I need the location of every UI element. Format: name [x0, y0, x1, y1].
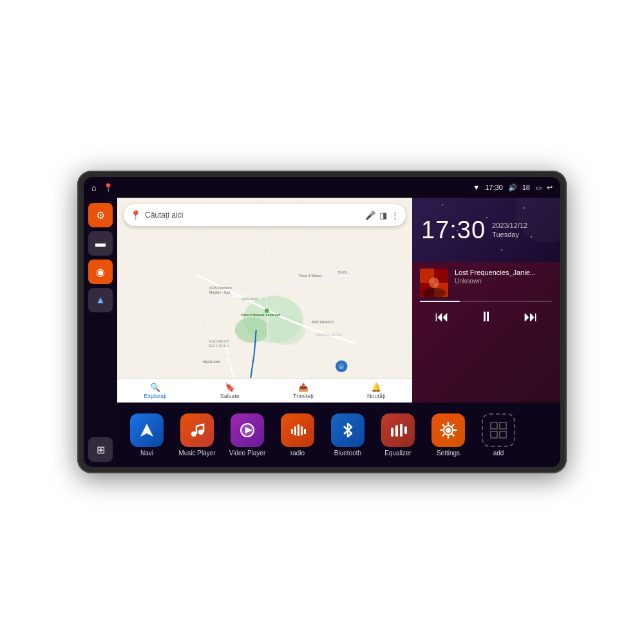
music-player-label: Music Player — [178, 450, 215, 457]
svg-rect-32 — [291, 429, 293, 434]
status-bar: ⌂ 📍 ▼ 17:30 🔊 18 ▭ ↩ — [84, 177, 560, 198]
sidebar-nav-btn[interactable]: ▲ — [88, 288, 113, 312]
settings-icon: ⚙ — [96, 209, 105, 222]
content-area: ◎ AXIS Premium Mobility - Sud Pizza & Ba… — [117, 198, 560, 467]
svg-rect-33 — [294, 426, 296, 435]
map-bottom-nav: 🔍 Explorați 🔖 Salvate 📤 Trimiteți — [117, 378, 412, 402]
clock-time: 17:30 — [421, 218, 486, 242]
sidebar-grid-btn[interactable]: ⊞ — [88, 437, 113, 462]
app-video-player[interactable]: Video Player — [223, 413, 272, 457]
settings-label: Settings — [437, 450, 460, 457]
svg-text:SECTORUL 4: SECTORUL 4 — [209, 344, 230, 348]
info-panel: 17:30 2023/12/12 Tuesday — [412, 198, 560, 402]
sidebar-settings-btn[interactable]: ⚙ — [88, 203, 113, 227]
clock-widget: 17:30 2023/12/12 Tuesday — [412, 198, 560, 262]
settings-app-icon — [431, 413, 465, 447]
add-label: add — [493, 450, 504, 457]
sidebar-maps-btn[interactable]: ◉ — [88, 260, 113, 284]
back-icon[interactable]: ↩ — [547, 184, 553, 192]
map-search-bar[interactable]: 📍 Căutați aici 🎤 ◨ ⋮ — [124, 204, 406, 226]
explore-icon: 🔍 — [150, 383, 160, 392]
svg-rect-35 — [301, 426, 303, 435]
svg-point-12 — [265, 308, 269, 313]
saved-label: Salvate — [220, 393, 240, 399]
app-equalizer[interactable]: Equalizer — [374, 413, 422, 457]
music-text: Lost Frequencies_Janie... Unknown — [455, 269, 536, 285]
map-search-text[interactable]: Căutați aici — [145, 211, 361, 220]
car-head-unit: ⌂ 📍 ▼ 17:30 🔊 18 ▭ ↩ ⚙ ▬ — [77, 171, 567, 473]
sidebar: ⚙ ▬ ◉ ▲ ⊞ — [84, 198, 117, 467]
svg-point-25 — [429, 278, 439, 288]
mic-icon[interactable]: 🎤 — [365, 211, 375, 220]
map-background: ◎ AXIS Premium Mobility - Sud Pizza & Ba… — [117, 198, 412, 402]
next-button[interactable]: ⏭ — [524, 308, 538, 325]
album-art — [420, 269, 448, 297]
main-area: ⚙ ▬ ◉ ▲ ⊞ — [84, 198, 560, 467]
svg-text:BERCENI: BERCENI — [203, 360, 220, 364]
music-player-icon — [180, 413, 214, 447]
svg-text:TRAPE...: TRAPE... — [337, 271, 350, 274]
grid-icon: ⊞ — [97, 444, 105, 456]
app-navi[interactable]: Navi — [122, 413, 171, 457]
video-player-label: Video Player — [229, 450, 266, 457]
navi-label: Navi — [140, 450, 153, 457]
map-container[interactable]: ◎ AXIS Premium Mobility - Sud Pizza & Ba… — [117, 198, 412, 402]
saved-icon: 🔖 — [225, 383, 235, 392]
app-bluetooth[interactable]: Bluetooth — [323, 413, 372, 457]
radio-label: radio — [290, 450, 305, 457]
music-controls: ⏮ ⏸ ⏭ — [420, 308, 553, 325]
add-icon — [482, 413, 515, 447]
home-icon[interactable]: ⌂ — [91, 183, 97, 193]
more-icon[interactable]: ⋮ — [391, 211, 399, 220]
app-music-player[interactable]: Music Player — [173, 413, 222, 457]
sidebar-files-btn[interactable]: ▬ — [88, 231, 113, 256]
clock-day: Tuesday — [492, 231, 527, 238]
bluetooth-label: Bluetooth — [334, 450, 361, 457]
music-artist: Unknown — [455, 278, 536, 285]
svg-point-41 — [446, 428, 451, 433]
map-nav-explore[interactable]: 🔍 Explorați — [144, 383, 167, 399]
app-add[interactable]: add — [474, 413, 523, 457]
prev-button[interactable]: ⏮ — [435, 308, 449, 325]
svg-rect-40 — [404, 426, 407, 434]
map-nav-saved[interactable]: 🔖 Salvate — [220, 383, 240, 399]
svg-rect-34 — [298, 424, 299, 436]
svg-text:BUCUREȘTI: BUCUREȘTI — [209, 339, 229, 343]
maps-icon: ◉ — [96, 266, 105, 278]
pause-button[interactable]: ⏸ — [479, 308, 493, 325]
equalizer-icon — [381, 413, 415, 447]
svg-text:BUCUREȘTI: BUCUREȘTI — [312, 320, 334, 324]
location-icon[interactable]: 📍 — [103, 183, 113, 193]
news-icon: 🔔 — [371, 383, 381, 392]
svg-text:Splaiul Unirii: Splaiul Unirii — [242, 298, 259, 301]
volume-icon: 🔊 — [508, 184, 517, 192]
share-label: Trimiteți — [293, 393, 314, 399]
equalizer-label: Equalizer — [384, 450, 412, 457]
news-label: Noutăți — [367, 393, 386, 399]
svg-rect-44 — [500, 422, 506, 429]
music-progress-bar[interactable] — [420, 301, 553, 302]
svg-text:◎: ◎ — [339, 363, 344, 370]
battery-icon: ▭ — [535, 184, 542, 192]
svg-rect-39 — [400, 424, 402, 437]
app-radio[interactable]: radio — [273, 413, 322, 457]
music-info: Lost Frequencies_Janie... Unknown — [420, 269, 553, 297]
music-widget: Lost Frequencies_Janie... Unknown ⏮ ⏸ ⏭ — [412, 262, 560, 402]
svg-rect-46 — [500, 431, 506, 438]
svg-text:Mobility - Sud: Mobility - Sud — [209, 290, 230, 294]
svg-rect-38 — [395, 425, 398, 437]
layers-icon[interactable]: ◨ — [379, 211, 387, 220]
svg-rect-45 — [491, 431, 497, 438]
radio-icon — [281, 413, 314, 447]
svg-rect-43 — [491, 422, 497, 429]
battery-level: 18 — [522, 184, 530, 191]
album-art-inner — [420, 269, 448, 297]
share-icon: 📤 — [298, 383, 308, 392]
map-nav-news[interactable]: 🔔 Noutăți — [367, 383, 386, 399]
navi-icon — [130, 413, 164, 447]
map-pin-icon: 📍 — [130, 210, 141, 220]
map-nav-share[interactable]: 📤 Trimiteți — [293, 383, 314, 399]
app-settings[interactable]: Settings — [424, 413, 473, 457]
svg-text:Parcul Natural Văcărești: Parcul Natural Văcărești — [242, 313, 281, 317]
files-icon: ▬ — [95, 238, 106, 249]
